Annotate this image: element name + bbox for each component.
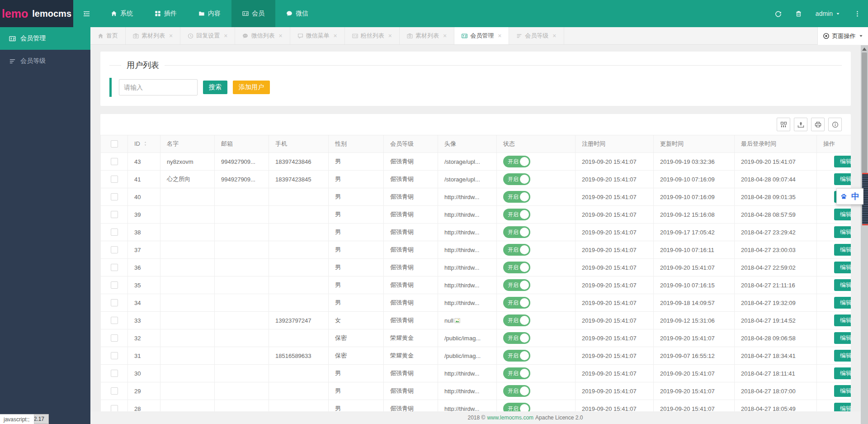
- tab-close-icon[interactable]: ×: [443, 32, 447, 39]
- legend-line: [165, 65, 842, 66]
- row-checkbox[interactable]: [111, 405, 118, 411]
- row-checkbox[interactable]: [111, 281, 118, 289]
- tab-member-manage[interactable]: 会员管理×: [454, 27, 509, 44]
- nav-menu-wechat[interactable]: 微信: [275, 0, 319, 27]
- footer-link[interactable]: www.lemocms.com: [487, 414, 533, 421]
- row-checkbox[interactable]: [111, 211, 118, 218]
- print-tool-button[interactable]: [811, 118, 825, 131]
- select-all-checkbox[interactable]: [111, 140, 118, 148]
- tab-close-icon[interactable]: ×: [169, 32, 173, 39]
- row-checkbox-cell: [101, 365, 128, 382]
- user-dropdown[interactable]: admin: [816, 10, 840, 17]
- row-checkbox[interactable]: [111, 370, 118, 377]
- tab-material-list-1[interactable]: 素材列表×: [126, 27, 180, 44]
- edit-button[interactable]: 编辑: [834, 279, 851, 291]
- row-checkbox[interactable]: [111, 264, 118, 271]
- cell-registered: 2019-09-20 15:41:07: [576, 241, 654, 259]
- row-checkbox[interactable]: [111, 317, 118, 324]
- tab-member-level[interactable]: 会员等级×: [509, 27, 564, 44]
- columns-tool-button[interactable]: [777, 118, 790, 131]
- panel-legend: 用户列表: [109, 60, 842, 71]
- logo: lemo lemocms: [0, 0, 73, 27]
- search-button[interactable]: 搜索: [203, 81, 227, 94]
- edit-button[interactable]: 编辑: [834, 156, 851, 167]
- row-checkbox[interactable]: [111, 229, 118, 236]
- status-toggle[interactable]: 开启: [503, 209, 530, 220]
- status-toggle[interactable]: 开启: [503, 244, 530, 256]
- status-toggle[interactable]: 开启: [503, 350, 530, 362]
- edit-button[interactable]: 编辑: [834, 173, 851, 185]
- tab-close-icon[interactable]: ×: [334, 32, 337, 39]
- idcard-icon: [242, 10, 249, 17]
- avatar-path: http://thirdw...: [444, 211, 479, 218]
- status-toggle[interactable]: 开启: [503, 279, 530, 291]
- status-toggle[interactable]: 开启: [503, 314, 530, 326]
- nav-menu-content[interactable]: 内容: [188, 0, 231, 27]
- edit-button[interactable]: 编辑: [834, 350, 851, 362]
- status-toggle[interactable]: 开启: [503, 156, 530, 167]
- row-checkbox[interactable]: [111, 387, 118, 395]
- cell-registered: 2019-09-20 15:41:07: [576, 276, 654, 294]
- sort-icon[interactable]: [143, 141, 148, 148]
- trash-icon[interactable]: [795, 10, 802, 17]
- scrollbar[interactable]: [861, 45, 868, 424]
- status-toggle[interactable]: 开启: [503, 403, 530, 411]
- nav-menu-system[interactable]: 系统: [100, 0, 144, 27]
- row-checkbox[interactable]: [111, 246, 118, 253]
- edit-button[interactable]: 编辑: [834, 332, 851, 344]
- refresh-icon[interactable]: [775, 10, 782, 17]
- status-toggle[interactable]: 开启: [503, 367, 530, 379]
- row-checkbox[interactable]: [111, 158, 118, 165]
- status-toggle[interactable]: 开启: [503, 385, 530, 397]
- tab-wechat-menu[interactable]: 微信菜单×: [290, 27, 345, 44]
- status-toggle-label: 开启: [508, 176, 519, 183]
- tab-close-icon[interactable]: ×: [552, 32, 556, 39]
- add-user-button[interactable]: 添加用户: [233, 81, 270, 94]
- nav-menu-plugin[interactable]: 插件: [144, 0, 188, 27]
- tab-fans-list[interactable]: 粉丝列表×: [345, 27, 400, 44]
- tab-close-icon[interactable]: ×: [224, 32, 227, 39]
- edit-button[interactable]: 编辑: [834, 385, 851, 397]
- scrollbar-thumb[interactable]: [862, 52, 867, 173]
- row-checkbox-cell: [101, 153, 128, 171]
- edit-button[interactable]: 编辑: [834, 262, 851, 273]
- status-toggle[interactable]: 开启: [503, 332, 530, 344]
- edit-button[interactable]: 编辑: [834, 209, 851, 220]
- export-tool-button[interactable]: [794, 118, 807, 131]
- tab-close-icon[interactable]: ×: [388, 32, 392, 39]
- edit-button[interactable]: 编辑: [834, 226, 851, 238]
- row-checkbox[interactable]: [111, 193, 118, 200]
- info-tool-button[interactable]: [828, 118, 842, 131]
- status-toggle[interactable]: 开启: [503, 191, 530, 203]
- tab-wechat-list[interactable]: 微信列表×: [235, 27, 290, 44]
- tab-close-icon[interactable]: ×: [498, 32, 501, 39]
- edit-button[interactable]: 编辑: [834, 367, 851, 379]
- status-toggle[interactable]: 开启: [503, 297, 530, 309]
- tab-home[interactable]: 首页: [90, 27, 126, 44]
- cell-registered: 2019-09-20 15:41:07: [576, 382, 654, 400]
- status-toggle[interactable]: 开启: [503, 262, 530, 273]
- search-input[interactable]: [119, 79, 198, 95]
- column-header-gender: 性别: [329, 135, 384, 153]
- row-checkbox[interactable]: [111, 334, 118, 342]
- cell-ops: 编辑: [817, 224, 851, 241]
- page-actions-button[interactable]: 页面操作: [817, 27, 868, 45]
- sidebar-toggle-button[interactable]: [73, 0, 100, 27]
- edit-button[interactable]: 编辑: [834, 314, 851, 326]
- status-toggle[interactable]: 开启: [503, 226, 530, 238]
- sidebar-item-member-manage[interactable]: 会员管理: [0, 27, 90, 50]
- edit-button[interactable]: 编辑: [834, 297, 851, 309]
- sidebar-item-member-level[interactable]: 会员等级: [0, 50, 90, 72]
- edit-button[interactable]: 编辑: [834, 244, 851, 256]
- scrollbar-up-arrow[interactable]: [862, 48, 867, 51]
- status-toggle[interactable]: 开启: [503, 173, 530, 185]
- more-options-icon[interactable]: [854, 10, 861, 17]
- row-checkbox[interactable]: [111, 299, 118, 306]
- edit-button[interactable]: 编辑: [834, 403, 851, 411]
- tab-close-icon[interactable]: ×: [278, 32, 282, 39]
- row-checkbox[interactable]: [111, 176, 118, 183]
- tab-reply-settings[interactable]: 回复设置×: [180, 27, 235, 44]
- row-checkbox[interactable]: [111, 352, 118, 359]
- tab-material-list-2[interactable]: 素材列表×: [400, 27, 454, 44]
- nav-menu-member[interactable]: 会员: [231, 0, 275, 27]
